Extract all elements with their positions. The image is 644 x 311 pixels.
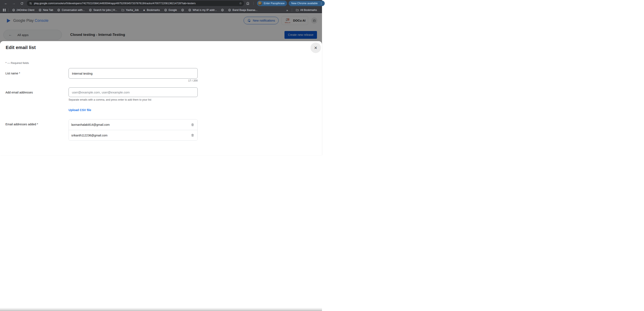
list-name-label: List name *: [6, 72, 20, 75]
delete-email-button[interactable]: [190, 122, 195, 127]
apps-grid-icon[interactable]: [3, 9, 6, 12]
bookmark-label: Google: [168, 8, 177, 12]
email-list: laxmanhalaki814@gmail.com srikanth112236…: [68, 119, 198, 140]
bookmark-label: Yasha_Job: [126, 8, 139, 12]
bookmark-label: What is my IP addr...: [193, 8, 217, 12]
all-bookmarks-button[interactable]: All Bookmarks: [296, 8, 317, 12]
back-icon[interactable]: ←: [3, 2, 8, 5]
bookmark-label: New Tab: [43, 8, 53, 12]
new-chrome-available-button[interactable]: New Chrome available ⋮: [289, 1, 322, 6]
bookmark-24online-client[interactable]: 24Online Client: [12, 8, 34, 12]
email-addresses-added-label: Email addresses added *: [6, 122, 38, 126]
email-row: laxmanhalaki814@gmail.com: [69, 120, 198, 130]
globe-icon: [228, 8, 231, 12]
globe-icon: [188, 8, 191, 12]
globe-icon: [164, 8, 167, 12]
bookmarks-separator: [8, 8, 8, 12]
bookmark-folder-yasha-job[interactable]: Yasha_Job: [122, 8, 139, 12]
star-icon: ★: [143, 8, 146, 12]
globe-icon: [181, 8, 184, 12]
list-name-input[interactable]: [68, 68, 198, 78]
bookmark-what-is-my-ip[interactable]: What is my IP addr...: [188, 8, 217, 12]
bookmark-bookmarks[interactable]: ★ Bookmarks: [143, 8, 160, 12]
bookmark-label: Bookmarks: [147, 8, 160, 12]
enter-passphrase-button[interactable]: Enter Passphrase: [257, 1, 287, 6]
toolbar-separator: [254, 2, 254, 5]
close-icon: ✕: [314, 46, 318, 50]
char-counter: 17 / 200: [68, 79, 198, 82]
globe-icon: [89, 8, 92, 12]
bookmarks-separator-2: [292, 8, 292, 12]
bookmark-search-jobs[interactable]: Search for jobs | H...: [89, 8, 117, 12]
email-row: srikanth112236@gmail.com: [69, 130, 198, 140]
refresh-icon[interactable]: [19, 2, 24, 5]
new-chrome-label: New Chrome available: [291, 2, 318, 5]
upload-csv-link[interactable]: Upload CSV file: [68, 108, 91, 112]
bookmark-label: Conversation with...: [62, 8, 85, 12]
add-email-addresses-label: Add email addresses: [6, 91, 33, 94]
modal-title: Edit email list: [6, 45, 36, 50]
browser-toolbar: ← → play.google.com/console/u/0/develope…: [0, 0, 322, 7]
bookmark-new-tab[interactable]: New Tab: [38, 8, 53, 12]
globe-icon: [38, 8, 42, 12]
folder-icon: [296, 8, 299, 12]
bookmark-conversation[interactable]: Conversation with...: [57, 8, 85, 12]
delete-email-button[interactable]: [190, 133, 195, 138]
bookmarks-overflow-icon[interactable]: »: [286, 8, 288, 12]
email-address: laxmanhalaki814@gmail.com: [71, 123, 110, 126]
bookmark-unnamed-1[interactable]: [181, 8, 184, 12]
email-helper-text: Separate emails with a comma, and press …: [68, 98, 151, 101]
profile-avatar: [258, 1, 262, 6]
trash-icon: [191, 134, 194, 137]
bookmark-label: Search for jobs | H...: [93, 8, 117, 12]
email-address: srikanth112236@gmail.com: [71, 134, 108, 137]
url-bar[interactable]: play.google.com/console/u/0/developers/7…: [27, 1, 244, 6]
globe-icon: [12, 8, 15, 12]
all-bookmarks-label: All Bookmarks: [300, 8, 317, 12]
globe-icon: [57, 8, 60, 12]
bookmark-google[interactable]: Google: [164, 8, 177, 12]
required-fields-note: * — Required fields: [6, 62, 29, 64]
bookmarks-bar: 24Online Client New Tab Conversation wit…: [0, 7, 322, 14]
bookmark-band-baaja[interactable]: Band Baaja Baaraa...: [228, 8, 258, 12]
bookmark-label: 24Online Client: [16, 8, 34, 12]
folder-icon: [122, 8, 124, 12]
close-button[interactable]: ✕: [310, 42, 321, 53]
site-settings-icon[interactable]: [29, 2, 32, 5]
forward-icon[interactable]: →: [11, 2, 16, 5]
bookmark-unnamed-2[interactable]: [221, 8, 224, 12]
trash-icon: [191, 123, 194, 126]
extensions-icon[interactable]: [246, 2, 250, 5]
enter-passphrase-label: Enter Passphrase: [264, 2, 284, 5]
bookmark-star-icon[interactable]: ☆: [239, 2, 242, 5]
url-text: play.google.com/console/u/0/developers/7…: [34, 2, 238, 5]
add-email-input[interactable]: [68, 88, 198, 97]
browser-menu-icon[interactable]: ⋮: [320, 2, 322, 5]
bookmark-label: Band Baaja Baaraa...: [232, 8, 258, 12]
globe-icon: [221, 8, 224, 12]
